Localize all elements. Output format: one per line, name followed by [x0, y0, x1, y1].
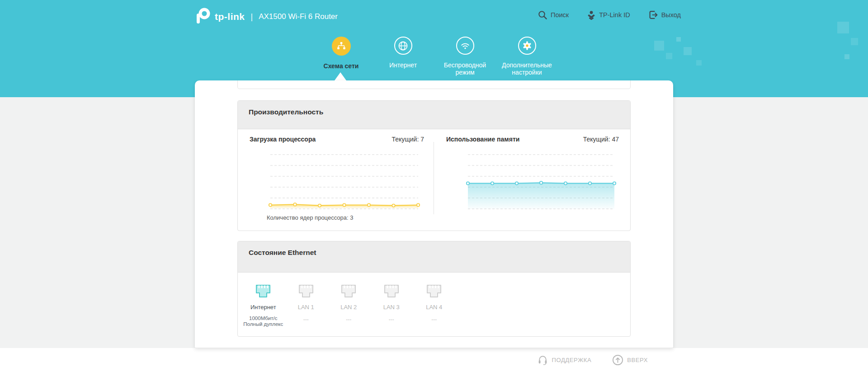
- ethernet-port: LAN 4---: [413, 284, 456, 327]
- decor-pixel: [851, 38, 858, 45]
- scrolled-card-edge: [237, 80, 631, 89]
- router-admin-page: tp-link | AX1500 Wi-Fi 6 Router Поиск TP…: [0, 0, 868, 372]
- performance-section: Производительность Загрузка процессора Т…: [237, 100, 631, 231]
- port-label: LAN 4: [426, 304, 442, 311]
- cpu-cores-note: Количество ядер процессора: 3: [267, 214, 353, 221]
- tplink-id-label: TP-Link ID: [599, 11, 630, 19]
- tab-label: Схема сети: [324, 62, 359, 70]
- wifi-icon: [456, 37, 474, 55]
- ethernet-body: Интернет1000Мбит/сПолный дуплексLAN 1---…: [238, 273, 630, 336]
- decor-pixel: [654, 41, 664, 51]
- ethernet-section: Состояние Ethernet Интернет1000Мбит/сПол…: [237, 241, 631, 337]
- port-label: LAN 1: [298, 304, 314, 311]
- decor-pixel: [666, 53, 672, 59]
- arrow-up-circle-icon: [612, 354, 623, 366]
- cpu-chart-title: Загрузка процессора: [250, 136, 316, 143]
- headset-icon: [537, 354, 548, 366]
- ethernet-port: LAN 1---: [285, 284, 328, 327]
- ethernet-port-icon: [426, 284, 442, 298]
- tplink-id-icon: [587, 10, 596, 20]
- tab-label: Дополнительные настройки: [496, 61, 558, 76]
- tab-internet[interactable]: Интернет: [372, 37, 434, 76]
- globe-icon: [394, 37, 412, 55]
- tab-advanced[interactable]: Дополнительные настройки: [496, 37, 558, 76]
- ethernet-port-icon: [341, 284, 356, 298]
- port-label: LAN 3: [383, 304, 400, 311]
- network-map-icon: [332, 37, 351, 56]
- tplink-id-button[interactable]: TP-Link ID: [587, 10, 630, 20]
- brand-separator: |: [251, 12, 253, 22]
- cpu-chart-header: Загрузка процессора Текущий: 7: [250, 136, 424, 143]
- tp-link-logo-icon: [195, 7, 212, 27]
- memory-chart-header: Использование памяти Текущий: 47: [446, 136, 619, 143]
- cpu-current-value: Текущий: 7: [392, 136, 424, 143]
- logout-icon: [648, 10, 658, 20]
- ethernet-ports: Интернет1000Мбит/сПолный дуплексLAN 1---…: [242, 284, 456, 327]
- chart-divider: [434, 142, 434, 214]
- memory-chart-title: Использование памяти: [446, 136, 519, 143]
- port-status: ---: [303, 317, 309, 323]
- product-title: AX1500 Wi-Fi 6 Router: [259, 12, 338, 21]
- logout-button[interactable]: Выход: [648, 10, 681, 20]
- gear-icon: [518, 37, 536, 55]
- port-status: ---: [389, 317, 394, 323]
- back-to-top-label: ВВЕРХ: [627, 357, 648, 363]
- ethernet-port-icon: [298, 284, 314, 298]
- port-status: 1000Мбит/сПолный дуплекс: [243, 315, 283, 327]
- performance-body: Загрузка процессора Текущий: 7 Использов…: [238, 129, 630, 231]
- tab-wireless[interactable]: Беспроводной режим: [434, 37, 496, 76]
- search-label: Поиск: [551, 11, 569, 19]
- port-label: Интернет: [250, 304, 276, 311]
- ethernet-port-icon: [384, 284, 399, 298]
- tab-label: Интернет: [389, 61, 417, 69]
- search-icon: [538, 10, 547, 20]
- port-status: ---: [431, 317, 437, 323]
- logout-label: Выход: [661, 11, 681, 19]
- ethernet-port: LAN 3---: [370, 284, 413, 327]
- port-status: ---: [346, 317, 351, 323]
- tab-label: Беспроводной режим: [434, 61, 496, 76]
- content-card: Производительность Загрузка процессора Т…: [195, 80, 673, 348]
- decor-pixel: [676, 37, 681, 42]
- decor-pixel: [684, 47, 692, 55]
- ethernet-port-icon: [255, 284, 271, 298]
- brand-block: tp-link | AX1500 Wi-Fi 6 Router: [195, 6, 338, 27]
- ethernet-title: Состояние Ethernet: [238, 241, 630, 273]
- memory-usage-chart: [468, 152, 614, 211]
- support-button[interactable]: ПОДДЕРЖКА: [537, 354, 592, 366]
- memory-current-value: Текущий: 47: [583, 136, 619, 143]
- main-nav: Схема сети Интернет Беспроводной режим: [310, 37, 558, 76]
- brand-name: tp-link: [215, 11, 245, 22]
- ethernet-port: Интернет1000Мбит/сПолный дуплекс: [242, 284, 285, 327]
- topbar-actions: Поиск TP-Link ID Выход: [538, 10, 674, 20]
- active-tab-pointer: [335, 72, 346, 80]
- tab-network-map[interactable]: Схема сети: [310, 37, 372, 76]
- ethernet-port: LAN 2---: [327, 284, 370, 327]
- back-to-top-button[interactable]: ВВЕРХ: [612, 354, 648, 366]
- decor-pixel: [844, 54, 849, 59]
- cpu-usage-chart: [270, 152, 418, 211]
- support-label: ПОДДЕРЖКА: [552, 357, 592, 363]
- port-label: LAN 2: [340, 304, 357, 311]
- performance-title: Производительность: [238, 101, 630, 129]
- search-button[interactable]: Поиск: [538, 10, 569, 20]
- decor-pixel: [696, 60, 702, 66]
- decor-pixel: [837, 22, 849, 33]
- footer: ПОДДЕРЖКА ВВЕРХ: [195, 348, 673, 372]
